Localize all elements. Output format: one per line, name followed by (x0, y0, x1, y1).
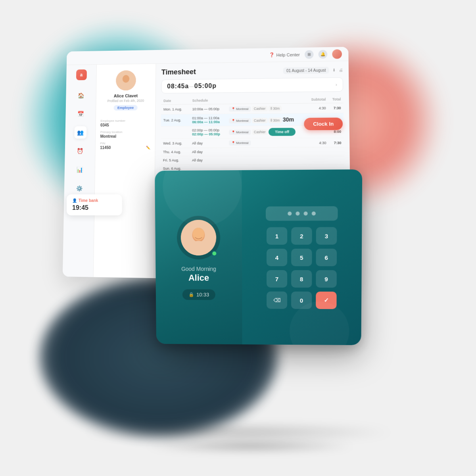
print-icon[interactable]: 🖨 (339, 68, 343, 72)
row-details: 📍 Montreal (226, 138, 307, 148)
status-dot (211, 251, 217, 256)
pin-dot-3 (304, 211, 308, 215)
pin-dot-1 (288, 211, 292, 215)
employee-name: Alice Clavet (114, 93, 138, 98)
row-subtotal: 4:30 (307, 138, 328, 148)
terminal-profile: Good Morning Alice 🔒 10:33 (155, 170, 242, 344)
row-date: Fri. 5 Aug. (161, 156, 190, 165)
arrow-icon: › (336, 83, 337, 87)
pin-dot-4 (312, 211, 316, 215)
row-details: 📍 Montreal Cashier ll 30m 30m (226, 113, 307, 126)
time-end-display: 05:00p (194, 83, 217, 90)
timebank-card: 👤 Time bank 19:45 (67, 194, 122, 215)
row-schedule: All day (190, 148, 226, 156)
employee-avatar (116, 70, 136, 90)
svg-point-6 (192, 228, 204, 240)
panel-shadow (79, 424, 397, 440)
row-subtotal: 4:30 (307, 103, 328, 113)
row-date: Mon. 1 Aug. (161, 104, 190, 114)
sidebar-item-calendar[interactable]: 📅 (75, 108, 87, 120)
pin-edit-icon[interactable]: ✏️ (146, 146, 150, 150)
time-separator: — (189, 83, 194, 89)
lock-icon: 🔒 (188, 292, 194, 297)
sidebar-item-people[interactable]: 👥 (74, 126, 86, 138)
row-date: Tue. 2 Aug. (161, 114, 190, 127)
row-date (161, 126, 190, 138)
cashier-badge: Cashier (252, 129, 268, 135)
row-total: 7:30 (328, 138, 344, 147)
terminal-name: Alice (188, 273, 209, 283)
employee-role-badge: Employee (113, 105, 138, 111)
terminal-greeting: Good Morning (181, 265, 216, 272)
row-schedule: 02:00p — 05:00p02:00p — 05:00p (190, 126, 226, 138)
keypad-5[interactable]: 5 (291, 249, 312, 266)
timesheet-title: Timesheet (161, 68, 196, 77)
row-schedule: All day (190, 156, 226, 164)
pin-row: 11450 ✏️ (100, 145, 150, 150)
row-schedule: 01:00a — 11:00a06:00a — 11:00a (190, 114, 226, 126)
time-bar: 08:45a — 05:00p › (161, 77, 343, 94)
app-logo[interactable]: a (76, 69, 86, 80)
row-details: 📍 Montreal Cashier ll 30m (226, 103, 307, 113)
col-subtotal: Subtotal (306, 96, 328, 103)
sidebar-item-home[interactable]: 🏠 (75, 89, 87, 102)
col-schedule: Schedule (190, 97, 226, 104)
keypad-6[interactable]: 6 (316, 249, 337, 266)
primary-location-value: Montreal (100, 134, 116, 138)
table-row: Fri. 5 Aug. All day (161, 156, 344, 164)
keypad-2[interactable]: 2 (291, 227, 312, 245)
employee-number-value: 0345 (100, 123, 109, 127)
user-avatar-topbar[interactable] (332, 49, 342, 59)
row-date: Wed. 3 Aug. (161, 138, 190, 148)
grid-icon[interactable]: ⊞ (305, 50, 314, 59)
timebank-icon: 👤 (72, 198, 77, 203)
timesheet-date-range[interactable]: 01 August - 14 August (283, 67, 329, 74)
pin-display (266, 206, 338, 221)
sidebar-item-chart[interactable]: 📊 (73, 163, 86, 176)
keypad-8[interactable]: 8 (291, 270, 312, 288)
col-total: Total (328, 96, 343, 103)
timebank-value: 19:45 (72, 204, 117, 211)
table-row: Mon. 1 Aug. 10:00a — 05:00p 📍 Montreal C… (161, 103, 344, 114)
keypad-1[interactable]: 1 (267, 227, 287, 245)
cashier-badge: Cashier (252, 117, 268, 123)
keypad-4[interactable]: 4 (267, 249, 287, 266)
location-badge: 📍 Montreal (229, 118, 251, 123)
sidebar: a 🏠 📅 👥 ⏰ 📊 ⚙️ (63, 65, 97, 277)
keypad-0[interactable]: 0 (291, 292, 312, 309)
pause-badge: ll 30m (269, 117, 282, 123)
keypad-3[interactable]: 3 (316, 227, 337, 244)
bell-icon[interactable]: 🔔 (319, 50, 328, 58)
pause-big: 30m (283, 116, 294, 123)
help-center-link[interactable]: ❓ Help Center (269, 52, 299, 58)
help-icon: ❓ (269, 52, 274, 58)
sidebar-item-clock[interactable]: ⏰ (74, 145, 86, 157)
pin-dot-2 (296, 211, 299, 215)
row-details: 📍 Montreal Cashier Time off (226, 126, 307, 138)
pin-label: PIN (100, 142, 105, 145)
download-icon[interactable]: ⬇ (332, 68, 336, 72)
row-total: 7:30 (328, 103, 344, 113)
table-row: Thu. 4 Aug. All day (161, 148, 344, 156)
cashier-badge: Cashier (252, 106, 268, 111)
time-off-button[interactable]: Time off (269, 128, 296, 136)
keypad-confirm[interactable]: ✓ (316, 292, 336, 309)
sidebar-item-settings[interactable]: ⚙️ (73, 182, 85, 195)
pin-value: 11450 (100, 146, 111, 150)
keypad-backspace[interactable]: ⌫ (267, 292, 287, 309)
clock-in-button[interactable]: Clock In (304, 117, 343, 130)
location-badge: 📍 Montreal (229, 106, 251, 111)
time-start-display: 08:45a (167, 83, 189, 90)
keypad-7[interactable]: 7 (267, 270, 287, 288)
col-date: Date (161, 97, 190, 105)
timesheet-header-row: Timesheet 01 August - 14 August ⬇ 🖨 (161, 66, 343, 77)
terminal-time: 🔒 10:33 (182, 289, 215, 300)
keypad-grid: 1 2 3 4 5 6 7 8 9 ⌫ 0 ✓ (267, 227, 337, 309)
keypad-9[interactable]: 9 (316, 270, 337, 288)
col-spacer (226, 96, 307, 104)
pause-badge: ll 30m (269, 106, 282, 111)
timebank-label: 👤 Time bank (72, 198, 117, 203)
row-schedule: 10:00a — 05:00p (190, 104, 226, 114)
primary-location-label: Primary location (100, 130, 123, 134)
employee-number-label: Employee number (100, 119, 125, 123)
